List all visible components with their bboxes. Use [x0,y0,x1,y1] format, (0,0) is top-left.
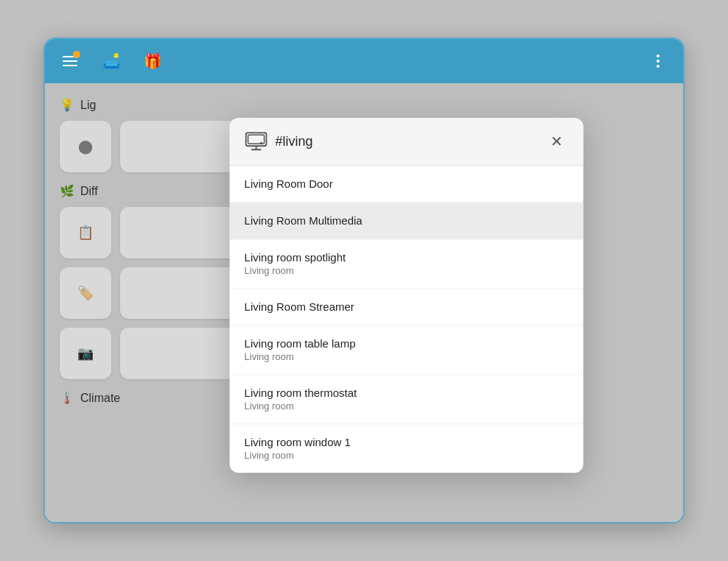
menu-button[interactable] [57,48,83,74]
couch-icon: 🛋️ [102,52,121,70]
list-item-living-room-table-lamp[interactable]: Living room table lampLiving room [230,325,584,375]
list-item-living-room-spotlight[interactable]: Living room spotlightLiving room [230,239,584,289]
main-content: 💡 Lig ⬤ 🌿 Diff 📋 [45,83,683,522]
list-item-living-room-multimedia[interactable]: Living Room Multimedia [230,202,584,239]
list-item-name-living-room-streamer: Living Room Streamer [245,300,569,313]
notification-dot [73,51,80,58]
couch-button[interactable]: 🛋️ [98,48,125,74]
top-bar: 🛋️ 🎁 [45,39,683,83]
list-item-living-room-thermostat[interactable]: Living room thermostatLiving room [230,375,584,424]
list-item-name-living-room-table-lamp: Living room table lamp [245,337,569,350]
tv-icon [245,132,267,151]
list-item-living-room-door[interactable]: Living Room Door [230,166,584,202]
list-item-name-living-room-multimedia: Living Room Multimedia [245,214,569,227]
modal-title: #living [276,134,313,149]
more-dots-icon [657,54,659,68]
list-item-living-room-window-1[interactable]: Living room window 1Living room [230,424,584,473]
list-item-name-living-room-thermostat: Living room thermostat [245,387,569,399]
list-item-name-living-room-window-1: Living room window 1 [245,436,569,448]
list-item-subtitle-living-room-table-lamp: Living room [245,351,569,362]
list-item-subtitle-living-room-spotlight: Living room [245,265,569,276]
list-item-name-living-room-spotlight: Living room spotlight [245,251,569,264]
more-button[interactable] [645,48,671,74]
app-window: 🛋️ 🎁 💡 Lig ⬤ [43,38,685,523]
list-item-living-room-streamer[interactable]: Living Room Streamer [230,289,584,325]
list-item-subtitle-living-room-thermostat: Living room [245,401,569,412]
svg-point-4 [260,142,262,144]
list-item-name-living-room-door: Living Room Door [245,177,569,190]
modal-close-button[interactable]: ✕ [545,130,569,153]
modal-header: #living ✕ [230,118,584,166]
modal-dialog: #living ✕ Living Room DoorLiving Room Mu… [230,118,584,473]
top-bar-left: 🛋️ 🎁 [57,48,166,74]
top-bar-right [645,48,671,74]
modal-header-left: #living [245,130,313,153]
modal-list: Living Room DoorLiving Room MultimediaLi… [230,166,584,473]
gift-button[interactable]: 🎁 [139,48,166,74]
list-item-subtitle-living-room-window-1: Living room [245,450,569,461]
modal-device-icon [245,130,268,153]
gift-icon: 🎁 [144,52,162,70]
